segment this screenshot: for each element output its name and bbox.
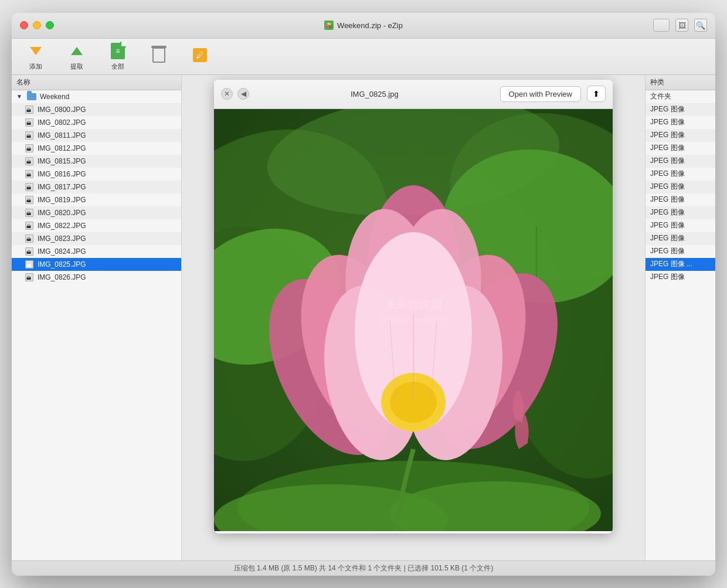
- add-label: 添加: [29, 62, 42, 71]
- type-row: JPEG 图像: [646, 129, 715, 142]
- file-row[interactable]: IMG_0817.JPG: [12, 181, 181, 193]
- image-file-icon: [25, 170, 34, 178]
- image-file-icon: [25, 131, 34, 140]
- file-name-label: IMG_0820.JPG: [38, 209, 86, 217]
- svg-text:未来软件园: 未来软件园: [384, 298, 443, 311]
- grid-view-button[interactable]: [653, 19, 670, 32]
- type-row: JPEG 图像: [646, 181, 715, 193]
- image-file-icon: [25, 144, 34, 152]
- minimize-button[interactable]: [33, 21, 41, 29]
- toolbar: 添加 提取 全部 🖊: [12, 39, 715, 75]
- arrow-up-icon: [71, 47, 83, 55]
- file-row[interactable]: IMG_0802.JPG: [12, 116, 181, 129]
- type-label: JPEG 图像: [650, 246, 685, 256]
- file-name-label: Weekend: [40, 93, 69, 101]
- name-header-label: 名称: [16, 77, 176, 87]
- delete-button[interactable]: [144, 46, 174, 66]
- titlebar-right-actions: 🖼 🔍: [653, 19, 707, 32]
- preview-back-button[interactable]: ◀: [237, 88, 249, 100]
- preview-image-container: 未来软件园 www.orsoon.com: [214, 109, 613, 533]
- extract-button[interactable]: 提取: [62, 42, 91, 71]
- type-row: JPEG 图像: [646, 271, 715, 284]
- type-label: JPEG 图像: [650, 143, 685, 153]
- image-file-icon: [25, 106, 34, 114]
- file-name-label: IMG_0815.JPG: [38, 157, 86, 165]
- preview-filename: IMG_0825.jpg: [255, 90, 494, 98]
- add-button[interactable]: 添加: [21, 42, 50, 71]
- preview-toggle-button[interactable]: 🖼: [675, 19, 688, 32]
- file-name-label: IMG_0802.JPG: [38, 118, 86, 127]
- extract-icon: [68, 42, 86, 60]
- file-name-label: IMG_0822.JPG: [38, 222, 86, 230]
- type-column-header: 种类: [646, 75, 715, 90]
- open-with-preview-button[interactable]: Open with Preview: [500, 86, 581, 102]
- type-label: JPEG 图像: [650, 117, 685, 127]
- type-label: JPEG 图像 ...: [650, 259, 692, 269]
- file-row[interactable]: IMG_0820.JPG: [12, 206, 181, 219]
- name-column-header: 名称: [12, 75, 181, 90]
- add-icon: [27, 42, 45, 60]
- close-button[interactable]: [20, 21, 28, 29]
- type-row: JPEG 图像: [646, 206, 715, 219]
- share-button[interactable]: ⬆: [587, 86, 606, 102]
- type-row: JPEG 图像: [646, 103, 715, 116]
- stamp-button[interactable]: 🖊: [185, 46, 215, 66]
- preview-close-button[interactable]: ✕: [221, 88, 233, 100]
- type-row: JPEG 图像: [646, 193, 715, 206]
- search-button[interactable]: 🔍: [694, 19, 707, 32]
- file-row[interactable]: IMG_0822.JPG: [12, 219, 181, 232]
- file-row[interactable]: IMG_0825.JPG: [12, 258, 181, 271]
- trash-shape: [152, 47, 165, 63]
- file-row[interactable]: IMG_0826.JPG: [12, 271, 181, 284]
- file-row[interactable]: IMG_0815.JPG: [12, 155, 181, 168]
- maximize-button[interactable]: [46, 21, 54, 29]
- file-row[interactable]: IMG_0823.JPG: [12, 232, 181, 245]
- status-text: 压缩包 1.4 MB (原 1.5 MB) 共 14 个文件和 1 个文件夹 |…: [234, 563, 494, 573]
- type-row: JPEG 图像: [646, 116, 715, 129]
- all-button[interactable]: 全部: [103, 42, 133, 71]
- image-file-icon: [25, 196, 34, 204]
- type-label: JPEG 图像: [650, 233, 685, 243]
- window-title: 📦 Weekend.zip - eZip: [324, 21, 403, 30]
- type-list-panel: 种类 文件夹JPEG 图像JPEG 图像JPEG 图像JPEG 图像JPEG 图…: [645, 75, 715, 560]
- image-file-icon: [25, 273, 34, 281]
- folder-icon: [27, 93, 36, 101]
- file-row[interactable]: IMG_0819.JPG: [12, 193, 181, 206]
- file-rows: ▼WeekendIMG_0800.JPGIMG_0802.JPGIMG_0811…: [12, 90, 181, 560]
- svg-text:www.orsoon.com: www.orsoon.com: [382, 315, 445, 325]
- trash-icon: [150, 46, 168, 64]
- document-icon: [111, 43, 125, 59]
- image-file-icon: [25, 222, 34, 230]
- type-label: JPEG 图像: [650, 220, 685, 230]
- type-label: JPEG 图像: [650, 195, 685, 205]
- type-label: JPEG 图像: [650, 156, 685, 166]
- status-bar: 压缩包 1.4 MB (原 1.5 MB) 共 14 个文件和 1 个文件夹 |…: [12, 560, 715, 576]
- file-row[interactable]: IMG_0812.JPG: [12, 142, 181, 155]
- image-file-icon: [25, 260, 34, 268]
- file-row[interactable]: IMG_0800.JPG: [12, 103, 181, 116]
- type-header-label: 种类: [650, 77, 664, 87]
- type-row: JPEG 图像: [646, 245, 715, 258]
- window-controls: [20, 21, 54, 29]
- type-row: JPEG 图像 ...: [646, 258, 715, 271]
- file-row[interactable]: ▼Weekend: [12, 90, 181, 103]
- share-icon: ⬆: [593, 89, 600, 98]
- image-file-icon: [25, 234, 34, 243]
- type-label: JPEG 图像: [650, 208, 685, 217]
- content-area: 未来软件园 www.orsoon.com ✕ ◀ IMG_0825.jpg Op…: [182, 75, 645, 560]
- file-row[interactable]: IMG_0816.JPG: [12, 168, 181, 181]
- type-row: JPEG 图像: [646, 232, 715, 245]
- image-file-icon: [25, 157, 34, 165]
- extract-label: 提取: [70, 62, 83, 71]
- file-list-panel: 名称 ▼WeekendIMG_0800.JPGIMG_0802.JPGIMG_0…: [12, 75, 182, 560]
- image-file-icon: [25, 209, 34, 217]
- file-row[interactable]: IMG_0811.JPG: [12, 129, 181, 142]
- file-name-label: IMG_0826.JPG: [38, 273, 86, 281]
- file-name-label: IMG_0823.JPG: [38, 234, 86, 243]
- lotus-image: 未来软件园 www.orsoon.com: [214, 109, 613, 531]
- titlebar: 📦 Weekend.zip - eZip 🖼 🔍: [12, 13, 715, 39]
- file-row[interactable]: IMG_0824.JPG: [12, 245, 181, 258]
- file-name-label: IMG_0824.JPG: [38, 247, 86, 256]
- file-name-label: IMG_0800.JPG: [38, 106, 86, 114]
- type-row: JPEG 图像: [646, 219, 715, 232]
